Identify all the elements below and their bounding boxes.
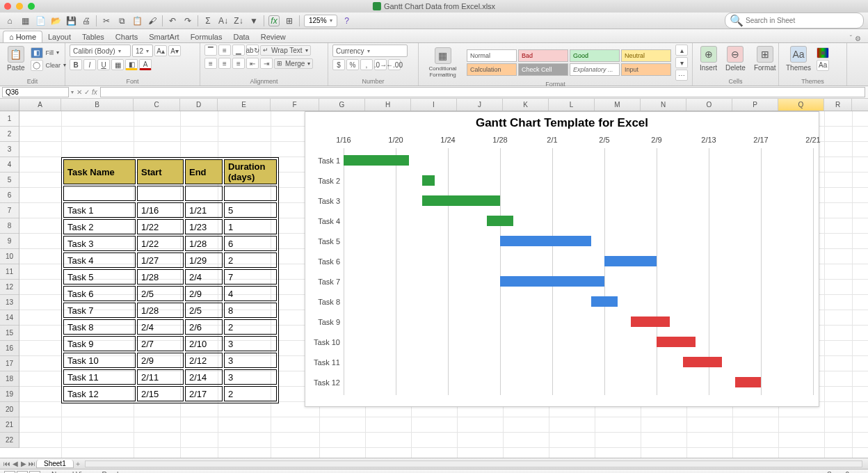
align-top-icon[interactable]: ▔: [204, 45, 217, 56]
styles-up-icon[interactable]: ▴: [675, 45, 688, 56]
currency-icon[interactable]: $: [332, 59, 345, 70]
row-header-16[interactable]: 16: [0, 341, 19, 356]
decrease-font-icon[interactable]: A▾: [168, 45, 181, 56]
gantt-bar[interactable]: [422, 195, 501, 206]
table-cell[interactable]: 1/28: [137, 303, 184, 318]
workbook-icon[interactable]: ▦: [19, 15, 31, 26]
table-cell[interactable]: 3: [224, 336, 277, 351]
row-header-20[interactable]: 20: [0, 402, 19, 417]
table-header[interactable]: End: [185, 159, 223, 184]
fill-color-button[interactable]: ◧: [125, 59, 138, 70]
align-right-icon[interactable]: ≡: [232, 58, 245, 69]
format-painter-icon[interactable]: 🖌: [147, 15, 158, 26]
insert-cells-button[interactable]: ⊕Insert: [697, 45, 720, 73]
gantt-bar[interactable]: [422, 175, 435, 186]
table-cell[interactable]: Task 6: [63, 286, 136, 301]
col-header-E[interactable]: E: [218, 99, 271, 111]
close-button[interactable]: [4, 3, 11, 10]
styles-more-icon[interactable]: ⋯: [675, 70, 688, 81]
help-icon[interactable]: ?: [341, 15, 353, 26]
theme-fonts-icon[interactable]: Aa: [817, 60, 829, 71]
table-cell[interactable]: 2/10: [185, 336, 223, 351]
enter-formula-icon[interactable]: ✓: [84, 88, 90, 96]
table-cell[interactable]: Task 7: [63, 303, 136, 318]
align-bottom-icon[interactable]: ▁: [232, 45, 245, 56]
table-cell[interactable]: 1/28: [137, 269, 184, 284]
table-cell[interactable]: 5: [224, 202, 277, 218]
styles-down-icon[interactable]: ▾: [675, 57, 688, 68]
table-cell[interactable]: 2/11: [137, 369, 184, 385]
col-header-O[interactable]: O: [686, 99, 732, 111]
table-cell[interactable]: 2: [224, 386, 277, 401]
col-header-D[interactable]: D: [180, 99, 218, 111]
bold-button[interactable]: B: [70, 59, 82, 70]
tab-review[interactable]: Review: [255, 31, 291, 42]
gantt-bar[interactable]: [591, 296, 618, 307]
table-cell[interactable]: 2/9: [137, 353, 184, 368]
tab-home[interactable]: ⌂Home: [3, 31, 42, 42]
table-cell[interactable]: 6: [224, 236, 277, 251]
name-box[interactable]: Q36: [2, 87, 69, 97]
table-cell[interactable]: Task 4: [63, 252, 136, 268]
underline-button[interactable]: U: [97, 59, 110, 70]
col-header-M[interactable]: M: [595, 99, 641, 111]
row-header-6[interactable]: 6: [0, 188, 19, 203]
col-header-Q[interactable]: Q: [778, 99, 824, 111]
table-cell[interactable]: 1/28: [185, 236, 223, 251]
style-cell[interactable]: Calculation: [467, 63, 517, 76]
font-name-combo[interactable]: Calibri (Body): [70, 45, 131, 57]
col-header-G[interactable]: G: [319, 99, 365, 111]
align-middle-icon[interactable]: ≡: [218, 45, 231, 56]
table-header[interactable]: Task Name: [63, 159, 136, 184]
clear-button[interactable]: ◯: [31, 60, 43, 71]
style-cell[interactable]: Explanatory ...: [570, 63, 620, 76]
table-cell[interactable]: Task 12: [63, 386, 136, 401]
row-header-7[interactable]: 7: [0, 203, 19, 218]
gantt-bar[interactable]: [500, 236, 591, 246]
sheet-tab[interactable]: Sheet1: [36, 460, 74, 468]
cell-styles-gallery[interactable]: NormalBadGoodNeutralCalculationCheck Cel…: [467, 49, 671, 76]
table-cell[interactable]: 4: [224, 286, 277, 301]
filter-icon[interactable]: ▼: [248, 15, 259, 26]
insert-function-icon[interactable]: fx: [92, 88, 97, 96]
tab-smartart[interactable]: SmartArt: [143, 31, 184, 42]
gantt-bar[interactable]: [500, 276, 604, 287]
table-header[interactable]: Duration (days): [224, 159, 277, 184]
row-header-17[interactable]: 17: [0, 356, 19, 371]
col-header-F[interactable]: F: [271, 99, 319, 111]
table-cell[interactable]: 2/4: [137, 319, 184, 335]
autosum-icon[interactable]: Σ: [202, 15, 214, 26]
col-header-B[interactable]: B: [61, 99, 134, 111]
row-header-5[interactable]: 5: [0, 173, 19, 188]
row-header-9[interactable]: 9: [0, 234, 19, 249]
table-cell[interactable]: Task 3: [63, 236, 136, 251]
tab-nav-last-icon[interactable]: ⏭: [28, 460, 36, 467]
row-header-18[interactable]: 18: [0, 371, 19, 387]
show-formulas-icon[interactable]: ⊞: [284, 15, 295, 26]
paste-button[interactable]: 📋Paste: [4, 45, 28, 73]
gantt-bar[interactable]: [631, 316, 670, 327]
indent-inc-icon[interactable]: ⇥: [260, 58, 273, 69]
percent-icon[interactable]: %: [346, 59, 359, 70]
style-cell[interactable]: Neutral: [621, 49, 671, 62]
table-cell[interactable]: 2/7: [137, 336, 184, 351]
gantt-bar[interactable]: [683, 357, 722, 367]
row-header-10[interactable]: 10: [0, 249, 19, 264]
table-cell[interactable]: Task 10: [63, 353, 136, 368]
minimize-button[interactable]: [16, 3, 23, 10]
table-cell[interactable]: 1/27: [137, 252, 184, 268]
table-cell[interactable]: 8: [224, 303, 277, 318]
normal-view-icon[interactable]: [4, 471, 15, 474]
home-icon[interactable]: ⌂: [4, 15, 15, 26]
tab-tables[interactable]: Tables: [77, 31, 110, 42]
table-cell[interactable]: Task 11: [63, 369, 136, 385]
align-center-icon[interactable]: ≡: [218, 58, 231, 69]
col-header-L[interactable]: L: [549, 99, 595, 111]
table-cell[interactable]: Task 1: [63, 202, 136, 218]
paste-icon[interactable]: 📋: [131, 15, 143, 26]
table-cell[interactable]: 3: [224, 369, 277, 385]
table-cell[interactable]: 1/22: [137, 219, 184, 234]
orientation-icon[interactable]: ab↻: [246, 45, 259, 56]
open-icon[interactable]: 📂: [50, 15, 61, 26]
col-header-H[interactable]: H: [365, 99, 411, 111]
